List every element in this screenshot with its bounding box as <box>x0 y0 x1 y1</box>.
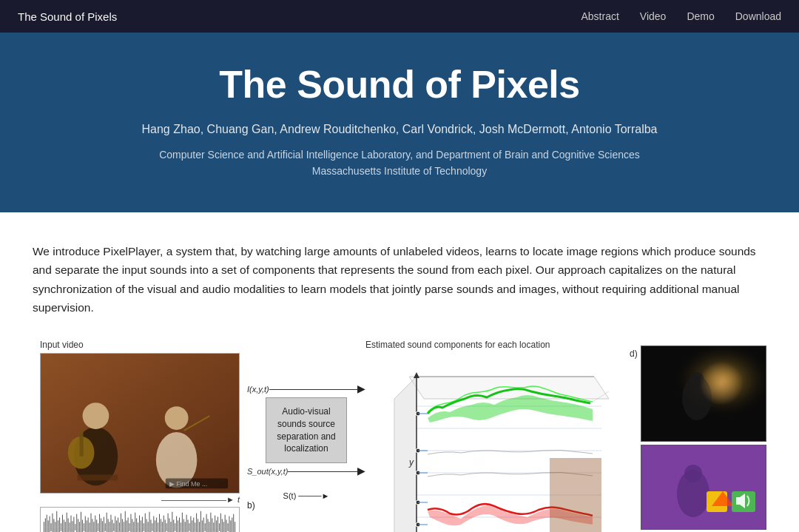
svg-rect-65 <box>119 522 120 532</box>
svg-rect-33 <box>73 517 74 532</box>
svg-rect-96 <box>163 516 164 532</box>
hero-section: The Sound of Pixels Hang Zhao, Chuang Ga… <box>0 33 799 212</box>
nav-title: The Sound of Pixels <box>18 10 117 23</box>
fig-middle: I(x,y,t) ▶ Audio-visual sounds source se… <box>247 340 365 511</box>
svg-rect-49 <box>96 519 97 532</box>
svg-rect-34 <box>75 524 75 531</box>
svg-rect-51 <box>99 514 100 532</box>
svg-rect-31 <box>71 516 72 532</box>
nav-link-abstract[interactable]: Abstract <box>581 10 618 22</box>
svg-rect-15 <box>48 520 49 532</box>
svg-rect-143 <box>230 520 231 532</box>
nav-link-video[interactable]: Video <box>640 10 667 22</box>
svg-rect-78 <box>138 522 138 532</box>
svg-rect-134 <box>218 517 218 532</box>
svg-rect-91 <box>156 518 157 532</box>
svg-rect-26 <box>64 519 64 532</box>
thumb-d-row: d) <box>630 346 766 530</box>
svg-rect-48 <box>95 516 95 532</box>
svg-rect-70 <box>127 520 127 532</box>
svg-rect-122 <box>200 511 201 532</box>
svg-rect-115 <box>190 516 191 532</box>
svg-rect-21 <box>56 511 57 532</box>
svg-rect-107 <box>179 518 180 532</box>
svg-rect-40 <box>84 523 84 531</box>
svg-rect-77 <box>136 518 137 532</box>
svg-rect-56 <box>107 513 107 532</box>
svg-rect-50 <box>98 523 98 531</box>
svg-rect-127 <box>208 519 209 532</box>
svg-rect-29 <box>68 518 69 532</box>
svg-rect-43 <box>88 518 89 532</box>
svg-rect-93 <box>159 514 160 532</box>
svg-rect-59 <box>110 515 111 532</box>
nav-link-download[interactable]: Download <box>735 10 781 22</box>
video-svg: ▶ Find Me ... <box>41 353 239 494</box>
svg-rect-113 <box>188 519 189 532</box>
svg-rect-60 <box>112 519 112 532</box>
i-label: I(x,y,t) <box>247 385 269 394</box>
svg-rect-90 <box>155 520 155 532</box>
svg-point-7 <box>165 406 189 430</box>
svg-rect-109 <box>182 513 183 532</box>
svg-rect-44 <box>90 522 90 532</box>
svg-rect-71 <box>128 518 129 532</box>
svg-rect-57 <box>108 519 109 532</box>
svg-rect-9 <box>78 475 118 481</box>
video-inner: ▶ Find Me ... <box>41 354 239 493</box>
viz-area: y x <box>372 354 624 532</box>
svg-rect-80 <box>141 520 141 532</box>
svg-rect-25 <box>62 515 63 532</box>
svg-rect-89 <box>153 516 154 532</box>
svg-rect-114 <box>189 523 189 531</box>
svg-rect-135 <box>219 523 220 531</box>
svg-rect-144 <box>232 518 232 532</box>
svg-rect-64 <box>118 518 118 532</box>
svg-rect-73 <box>130 514 131 532</box>
svg-rect-16 <box>50 516 50 532</box>
svg-rect-82 <box>144 523 144 531</box>
svg-rect-62 <box>115 516 115 532</box>
figure: Input video <box>33 340 766 532</box>
svg-rect-133 <box>216 520 217 532</box>
svg-rect-14 <box>47 515 47 532</box>
svg-rect-32 <box>72 521 73 532</box>
fig-d-label: d) <box>630 346 638 359</box>
svg-rect-39 <box>82 519 83 532</box>
sout-label: S_out(x,y,t) <box>247 467 288 476</box>
svg-rect-116 <box>192 520 192 532</box>
svg-rect-140 <box>226 519 227 532</box>
arrow-t: ————————► t <box>161 495 247 504</box>
svg-rect-106 <box>178 520 178 532</box>
svg-marker-150 <box>394 377 417 532</box>
svg-rect-17 <box>51 523 52 531</box>
svg-rect-99 <box>168 514 169 532</box>
hero-authors: Hang Zhao, Chuang Gan, Andrew Rouditchen… <box>59 123 740 136</box>
affiliation-line2: Massachusetts Institute of Technology <box>59 163 740 179</box>
svg-rect-53 <box>102 521 103 532</box>
svg-rect-88 <box>152 523 152 531</box>
svg-rect-110 <box>183 519 184 532</box>
waveform-svg: // Generate waveform via SVG path <box>41 508 239 532</box>
fig-left: Input video <box>33 340 247 532</box>
svg-rect-141 <box>228 523 229 531</box>
svg-rect-103 <box>173 519 174 532</box>
svg-rect-124 <box>203 518 204 532</box>
nav-link-demo[interactable]: Demo <box>687 10 714 22</box>
svg-rect-130 <box>212 518 212 532</box>
svg-rect-66 <box>121 514 121 532</box>
svg-rect-24 <box>61 523 61 531</box>
affiliation-line1: Computer Science and Artificial Intellig… <box>59 147 740 163</box>
svg-rect-52 <box>101 518 101 532</box>
thumb-e <box>641 445 766 530</box>
fig-right: d) <box>630 340 766 532</box>
svg-rect-41 <box>85 516 86 532</box>
svg-rect-97 <box>165 519 166 532</box>
hero-affiliation: Computer Science and Artificial Intellig… <box>59 147 740 180</box>
svg-rect-30 <box>70 522 70 532</box>
svg-marker-160 <box>414 372 419 378</box>
svg-rect-35 <box>76 514 77 532</box>
svg-rect-22 <box>58 520 58 532</box>
hero-title: The Sound of Pixels <box>59 62 740 107</box>
svg-rect-72 <box>129 523 130 531</box>
